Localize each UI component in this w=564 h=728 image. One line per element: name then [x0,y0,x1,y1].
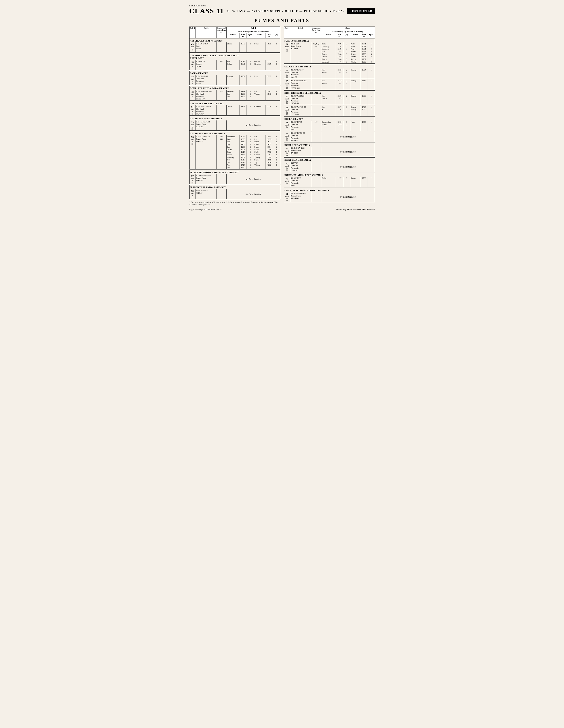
component-number [311,106,321,116]
table-row: 43used in 17R11-BX-67359 Bendix 67359Blo… [189,42,280,53]
r-col1-header: Col. 1 [284,27,290,38]
stock-number: R11-RO-RD-4325 Romec Pump RD-4325 [196,135,217,169]
r-item-no2-header: ItemNo. [360,33,367,38]
navy-title: U. S. NAVY — AVIATION SUPPLY OFFICE — PH… [226,9,345,13]
item-number: 59used in 11 [189,189,196,199]
part-item-no-1: 1512 1765 [336,79,343,90]
col3-header: Component Assys. Item No. [217,27,227,38]
item-number: 49used in 13 [189,90,196,101]
r-parts-making-header: Parts Making Up Balance of Assembly [321,30,375,33]
part-name-1: Connection Ferrule [321,121,336,131]
part-qty-1: 1 [247,42,254,53]
item-number: 73used in 11 [284,132,290,142]
part-qty-1: 1 1 1 1 1 1 1 1 [343,42,350,64]
part-item-no-2: 1278 [266,105,273,116]
stock-number: R17-M-4598-24-95 Romec Pump RD-4306 [196,174,217,184]
name-header: Name [227,33,239,38]
part-item-no-1: 1527 1528 [336,106,343,116]
assembly-title: HIGH PRESSURE TUBE ASSEMBLY [284,90,375,95]
component-number [311,192,321,202]
part-qty-1: 1 1 1 [247,90,254,101]
r-name2-header: Name [350,33,360,38]
part-name-2: Gasket Retainer [254,60,266,70]
part-item-no-1: 1012 1331 [239,60,247,70]
left-column: Col. 1 Col. 2 Component Assys. Item No. … [189,27,281,206]
stock-number: R11-CP-HP-17 Cleveland Pneumatic HP-17 [290,121,311,131]
part-item-no-2: 1884 [360,69,367,79]
assembly-title: HOSE ASSEMBLY [284,116,375,121]
part-qty-1: 1 1 1 1 1 1 1 1 1 1 1 1 1 [247,135,254,169]
name2-header: Name [254,33,266,38]
part-item-no-2: 1760 [360,177,367,187]
footnote: * This item comes complete with switch, … [189,201,281,206]
table-row: 51used in 13R11-CP-W5750-14 Cleveland Pn… [189,105,280,116]
item-number: 77used in 11 [284,162,290,172]
stock-number: R45-V-23 Cleveland Pneumatic 4PVFG-D [290,162,311,172]
section-label: SECTION 1101 [189,4,375,7]
part-name-2: Tubing [350,95,360,105]
assembly-title: FUEL PUMP ASSEMBLY [284,38,375,42]
part-item-no-2: 1887 [360,79,367,90]
table-row: 81used in 31R11-RO-SRB-4688 Romec Pump S… [284,192,375,202]
item-number: 75used in 33 [284,147,290,157]
part-item-no-2: 1561 1913 [266,90,273,101]
item-no-header: ItemNo. [239,33,247,38]
part-name-1: Forging [227,75,239,85]
part-item-no-1: 1198 [239,105,247,116]
stock-number: R11-CP-B5750-1006 Cleveland Pneumatic B5… [196,90,217,101]
table-row: 61used in 33R11-P-620 Romec Pump RD-4400… [284,42,375,64]
r-col4-header: Col. 4 [321,27,375,30]
part-item-no-1: 1197 [336,177,343,187]
page-footer: Page 6—Pumps and Parts—Class 11 Prelimin… [189,208,375,211]
assembly-title: GAUGE TUBE ASSEMBLY [284,64,375,69]
table-row: 63used in 11R11-CP-8346-38 Cleveland Pne… [284,69,375,79]
part-qty-1: 1 [247,105,254,116]
item-number: 65used in 13 [284,79,290,90]
item-number: 57used in 33 [189,174,196,184]
part-qty-1: 7 1 [247,60,254,70]
no-parts-supplied: No Parts Supplied [227,120,280,131]
table-row: 67used in 11R11-CP-W8346-34 Cleveland Pn… [284,95,375,105]
part-name-2: Cylinder [254,105,266,116]
item-number: 71used in 1 [284,121,290,131]
part-name-2: Strap [254,42,266,53]
part-qty-1: 1 [343,177,350,187]
item-number: 51used in 13 [189,105,196,116]
part-name-1: Nut Sleeve [321,95,336,105]
stock-number: R11-CP-B5750-32 Cleveland Pneumatic B575… [290,132,311,142]
part-qty-2: 1 [367,177,375,187]
component-number [217,42,227,53]
part-qty-2: 1 [273,42,280,53]
stock-number: R11-RO-RA-4380 Romec Pump RA-4380 [290,147,311,157]
r-qty2-header: Qty. [367,33,375,38]
part-name-1: Collar [227,105,239,116]
component-number [217,120,227,131]
item-number: 47used in 1 [189,75,196,85]
assembly-title: CYLINDER ASSEMBLY—SMALL [189,101,280,105]
assembly-title: COMPLETE PISTON ROD ASSEMBLY [189,86,280,90]
part-name-2: Sleeve Tubing [350,106,360,116]
right-table: Col. 1 Col. 2 Component Assys. Item No. … [284,27,375,203]
part-item-no-1: 1352 [239,75,247,85]
part-item-no-2: 1835 [266,42,273,53]
table-row: 73used in 11R11-CP-B5750-32 Cleveland Pn… [284,132,375,142]
component-number [311,132,321,142]
no-parts-supplied: No Parts Supplied [227,189,280,199]
spacer [284,202,375,203]
table-row: 45used in 17R11-H-175 Bendix 53094125Bal… [189,60,280,70]
stock-number: R11-CP-HP-3 Cleveland Pneumatic HP-3 [290,177,311,187]
r-item-no-header: ItemNo. [336,33,343,38]
component-number: 107, 111 [217,135,227,169]
col2-header: Col. 2 [196,27,217,38]
item-number: 55used in 33 [189,135,196,169]
component-number: 83, 97, 101 [311,42,321,64]
no-parts-supplied: No Parts Supplied [321,132,375,142]
part-name-1: Collar [321,177,336,187]
part-name-1: Bellerank Body Box Cap Cup Guard Head Le… [227,135,239,169]
assembly-title: LINER, BEARING AND DOWEL ASSEMBLY [284,188,375,192]
assembly-title: AIR HOSE AND FILLER FITTING ASSEMBLY— 8 … [189,53,280,60]
part-qty-2: 1 1 4 4 4 4 1 4 [367,42,375,64]
part-qty-2: 1 1 [273,60,280,70]
component-number [311,79,321,90]
component-number [311,95,321,105]
